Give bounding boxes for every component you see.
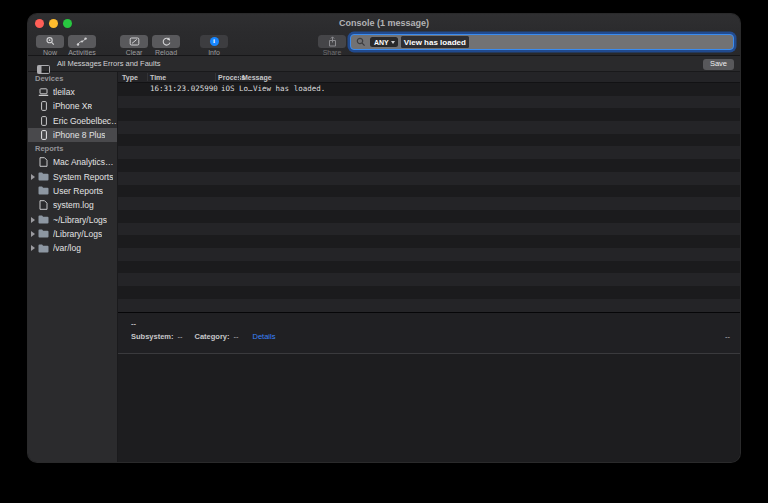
minimize-button[interactable] [49,19,58,28]
sidebar-item-tleilax[interactable]: tleilax [28,85,117,99]
section-header-devices: Devices [28,72,117,85]
activities-button[interactable] [68,35,96,48]
disclosure-triangle-icon[interactable] [31,217,35,223]
sidebar-item-user-reports[interactable]: User Reports [28,184,117,198]
disclosure-triangle-icon[interactable] [31,231,35,237]
now-button[interactable] [36,35,64,48]
search-filter-token[interactable]: ANY [370,37,398,47]
reload-icon [161,36,172,47]
disclosure-triangle-icon[interactable] [31,245,35,251]
activities-icon [76,36,88,47]
now-icon [45,36,56,47]
search-icon [356,34,366,50]
share-label: Share [308,49,356,56]
disclosure-triangle-icon[interactable] [31,174,35,180]
sidebar-item-iphone-8-plus[interactable]: iPhone 8 Plus [28,128,117,142]
reload-button[interactable] [152,35,180,48]
toolbar: Now Activities Clear Reload i Info [28,32,740,56]
iphone-icon [38,101,49,112]
folder-icon [38,243,49,254]
search-query-text: View has loaded [401,36,469,48]
save-button[interactable]: Save [703,59,734,70]
tab-errors-and-faults[interactable]: Errors and Faults [103,56,161,72]
titlebar: Console (1 message) [28,14,740,32]
log-pane: Type Time Process Message 16:31:23.02599… [118,72,740,462]
section-header-reports: Reports [28,142,117,155]
laptop-icon [38,87,49,98]
reload-label: Reload [142,49,190,56]
iphone-icon [38,130,49,141]
filter-bar: All Messages Errors and Faults Save [28,56,740,72]
category-label: Category: [195,332,230,341]
sidebar: Devices tleilax iPhone Xʀ Eric Goebelbec… [28,72,118,462]
sidebar-item-iphone-xr[interactable]: iPhone Xʀ [28,99,117,113]
sidebar-item-eric-goebelbecker[interactable]: Eric Goebelbec… [28,114,117,128]
document-icon [38,157,49,168]
table-row[interactable]: 16:31:23.025990 iOS Lo… View has loaded. [118,83,740,96]
cell-process: iOS Lo… [221,83,253,96]
detail-pane: -- Subsystem: -- Category: -- Details -- [118,312,740,354]
info-icon: i [210,37,219,46]
share-button[interactable] [318,35,346,48]
column-header-type[interactable]: Type [122,72,138,83]
cell-message: View has loaded. [253,83,325,96]
zoom-button[interactable] [63,19,72,28]
column-header-time[interactable]: Time [150,72,166,83]
column-divider[interactable] [147,73,148,81]
sidebar-item-var-log[interactable]: /var/log [28,241,117,255]
document-icon [38,200,49,211]
category-value: -- [234,332,239,341]
column-divider[interactable] [215,73,216,81]
folder-icon [38,214,49,225]
detail-title: -- [131,319,136,328]
folder-icon [38,185,49,196]
chevron-down-icon [391,41,395,44]
sidebar-item-library-logs[interactable]: /Library/Logs [28,227,117,241]
subsystem-value: -- [178,332,183,341]
info-label: Info [190,49,238,56]
sidebar-item-mac-analytics[interactable]: Mac Analytics… [28,155,117,169]
column-divider[interactable] [239,73,240,81]
info-button[interactable]: i [200,35,228,48]
console-window: Console (1 message) Now Activities Clear [28,14,740,462]
sidebar-item-user-library-logs[interactable]: ~/Library/Logs [28,212,117,226]
content: Devices tleilax iPhone Xʀ Eric Goebelbec… [28,72,740,462]
log-table-body: 16:31:23.025990 iOS Lo… View has loaded. [118,83,740,312]
details-link[interactable]: Details [253,332,276,341]
activities-label: Activities [58,49,106,56]
table-header: Type Time Process Message [118,72,740,83]
sidebar-item-system-reports[interactable]: System Reports [28,169,117,183]
tab-all-messages[interactable]: All Messages [57,56,102,72]
subsystem-label: Subsystem: [131,332,174,341]
close-button[interactable] [35,19,44,28]
folder-icon [38,228,49,239]
iphone-icon [38,115,49,126]
window-title: Console (1 message) [28,14,740,33]
column-header-message[interactable]: Message [242,72,272,83]
clear-icon [129,36,140,47]
cell-time: 16:31:23.025990 [150,83,218,96]
sidebar-item-system-log[interactable]: system.log [28,198,117,212]
share-icon [327,36,338,47]
detail-right-value: -- [725,332,730,341]
search-input[interactable]: ANY View has loaded [350,34,734,50]
clear-button[interactable] [120,35,148,48]
traffic-lights [35,19,72,28]
folder-icon [38,171,49,182]
